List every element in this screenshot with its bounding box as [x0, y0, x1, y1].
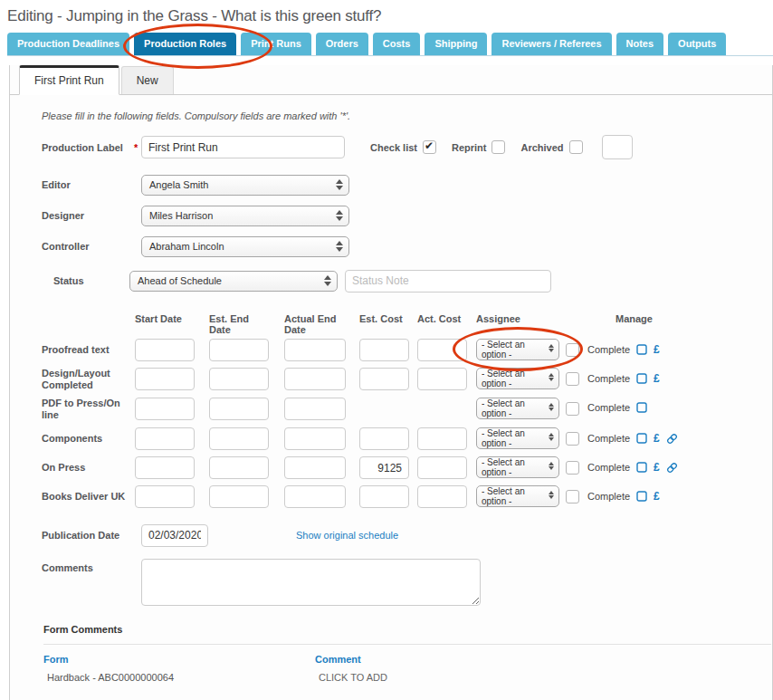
- editor-select[interactable]: Angela Smith: [141, 175, 349, 196]
- tab-orders[interactable]: Orders: [316, 33, 368, 55]
- publication-date-row: Publication Date Show original schedule: [42, 523, 772, 548]
- note-icon[interactable]: [636, 373, 647, 384]
- pound-icon[interactable]: £: [654, 343, 660, 356]
- assignee-select[interactable]: - Select an option -: [476, 456, 559, 478]
- tab-reviewers-referees[interactable]: Reviewers / Referees: [491, 33, 611, 55]
- start-date-input[interactable]: [135, 427, 195, 450]
- est-end-date-input[interactable]: [209, 456, 269, 479]
- est-end-date-input[interactable]: [209, 368, 269, 390]
- assignee-select[interactable]: - Select an option -: [476, 427, 559, 449]
- actual-end-date-input[interactable]: [284, 485, 346, 508]
- editor-label: Editor: [42, 179, 134, 190]
- est-end-date-input[interactable]: [209, 485, 269, 508]
- publication-date-label: Publication Date: [42, 530, 134, 541]
- select-stepper-icon: [547, 344, 555, 352]
- assignee-select-value: - Select an option -: [482, 428, 544, 448]
- assignee-select[interactable]: - Select an option -: [476, 368, 559, 389]
- archived-checkbox[interactable]: [569, 140, 583, 154]
- actual-end-date-input[interactable]: [284, 456, 346, 479]
- header-est-cost: Est. Cost: [359, 313, 409, 324]
- schedule-row-design-layout: Design/Layout Completed - Select an opti…: [42, 368, 772, 391]
- complete-checkbox[interactable]: [566, 432, 579, 446]
- tab-production-roles[interactable]: Production Roles: [134, 33, 236, 55]
- assignee-select[interactable]: - Select an option -: [476, 485, 559, 507]
- note-icon[interactable]: [636, 491, 647, 502]
- extra-input-box[interactable]: [602, 135, 633, 159]
- est-cost-input: [359, 456, 409, 479]
- pound-icon[interactable]: £: [654, 461, 660, 474]
- est-end-date-input[interactable]: [209, 427, 269, 450]
- assignee-select-value: - Select an option -: [482, 369, 544, 388]
- main-tab-bar: Production Deadlines Production Roles Pr…: [7, 33, 773, 56]
- link-icon[interactable]: [666, 462, 678, 474]
- pound-icon[interactable]: £: [654, 372, 660, 385]
- start-date-input[interactable]: [135, 485, 195, 508]
- est-end-date-input[interactable]: [209, 398, 269, 420]
- start-date-input[interactable]: [135, 368, 195, 390]
- assignee-select[interactable]: - Select an option -: [476, 398, 559, 419]
- production-label-row: Production Label * Check list Reprint Ar…: [42, 135, 772, 159]
- header-actual-end-date: Actual End Date: [284, 313, 346, 335]
- comments-textarea[interactable]: [141, 559, 481, 606]
- production-roles-page: Editing - Jumping in the Grass - What is…: [0, 7, 773, 700]
- complete-label: Complete: [587, 433, 630, 444]
- note-icon[interactable]: [636, 433, 647, 444]
- actual-end-date-input[interactable]: [284, 398, 346, 420]
- actual-end-date-input[interactable]: [284, 427, 346, 450]
- select-stepper-icon: [335, 179, 343, 190]
- comment-column-header: Comment: [315, 654, 387, 665]
- tab-costs[interactable]: Costs: [373, 33, 421, 55]
- tab-print-runs[interactable]: Print Runs: [241, 33, 311, 55]
- start-date-input[interactable]: [135, 456, 195, 479]
- required-asterisk: *: [134, 142, 141, 153]
- reprint-checkbox[interactable]: [491, 140, 505, 154]
- tab-shipping[interactable]: Shipping: [425, 33, 487, 55]
- assignee-select-value: - Select an option -: [482, 340, 544, 360]
- complete-checkbox[interactable]: [566, 343, 579, 357]
- status-select[interactable]: Ahead of Schedule: [129, 271, 338, 292]
- row-label: Design/Layout Completed: [42, 368, 135, 391]
- status-note-input[interactable]: [345, 270, 551, 292]
- controller-select[interactable]: Abraham Lincoln: [141, 236, 349, 257]
- actual-end-date-input[interactable]: [284, 339, 346, 361]
- designer-select[interactable]: Miles Harrison: [141, 206, 349, 226]
- pound-icon[interactable]: £: [654, 432, 660, 445]
- complete-checkbox[interactable]: [566, 372, 579, 386]
- note-icon[interactable]: [636, 402, 647, 413]
- pound-icon[interactable]: £: [654, 490, 660, 503]
- complete-label: Complete: [587, 344, 630, 355]
- complete-label: Complete: [587, 402, 630, 413]
- publication-date-input[interactable]: [141, 524, 208, 547]
- complete-checkbox[interactable]: [566, 490, 579, 503]
- page-title: Editing - Jumping in the Grass - What is…: [7, 7, 773, 25]
- start-date-input[interactable]: [135, 398, 195, 420]
- actual-end-date-input[interactable]: [284, 368, 346, 390]
- est-end-date-input[interactable]: [209, 339, 269, 361]
- tab-outputs[interactable]: Outputs: [668, 33, 726, 55]
- header-est-end-date: Est. End Date: [209, 313, 269, 335]
- comments-row: Comments: [42, 559, 772, 606]
- click-to-add-comment[interactable]: CLICK TO ADD: [315, 672, 387, 683]
- check-list-checkbox[interactable]: [423, 140, 436, 154]
- start-date-input[interactable]: [135, 339, 195, 361]
- link-icon[interactable]: [666, 433, 678, 445]
- show-original-schedule-link[interactable]: Show original schedule: [296, 530, 398, 541]
- complete-checkbox[interactable]: [566, 402, 579, 416]
- production-label-input[interactable]: [141, 136, 345, 158]
- select-stepper-icon: [547, 373, 555, 381]
- note-icon[interactable]: [636, 462, 647, 473]
- note-icon[interactable]: [636, 344, 647, 355]
- subtab-new[interactable]: New: [121, 66, 174, 94]
- reprint-label: Reprint: [452, 142, 487, 153]
- subtab-first-print-run[interactable]: First Print Run: [19, 65, 119, 95]
- form-comments-table: Form Hardback - ABC0000000064 Comment CL…: [43, 654, 772, 683]
- select-stepper-icon: [323, 275, 331, 286]
- controller-select-value: Abraham Lincoln: [149, 241, 224, 252]
- tab-notes[interactable]: Notes: [616, 33, 664, 55]
- complete-checkbox[interactable]: [566, 461, 579, 475]
- editor-select-value: Angela Smith: [149, 179, 208, 190]
- header-assignee: Assignee: [476, 313, 559, 324]
- form-column-header: Form: [43, 654, 315, 665]
- tab-production-deadlines[interactable]: Production Deadlines: [7, 33, 129, 55]
- assignee-select[interactable]: - Select an option -: [476, 339, 559, 360]
